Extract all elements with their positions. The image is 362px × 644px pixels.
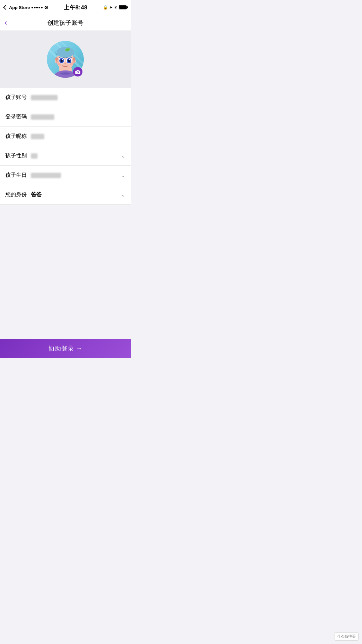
lock-icon: 🔒 [103, 5, 108, 10]
signal-dot-2 [34, 7, 36, 8]
store-back-icon [3, 5, 8, 10]
label-password: 登录密码 [5, 113, 31, 120]
label-gender: 孩子性别 [5, 152, 31, 159]
assist-login-label: 协助登录 [49, 344, 74, 353]
status-left: App Store ⊗ [4, 5, 48, 10]
label-nickname: 孩子昵称 [5, 133, 31, 140]
form-row-account[interactable]: 孩子账号 [0, 88, 131, 107]
value-nickname [31, 134, 125, 139]
back-chevron-icon: ‹ [5, 18, 7, 27]
wifi-icon: ⊗ [44, 5, 48, 10]
page-title: 创建孩子账号 [47, 19, 83, 27]
bluetooth-icon: ✳ [114, 5, 117, 10]
blurred-account [31, 95, 58, 100]
avatar-wrapper[interactable] [47, 41, 84, 78]
value-password [31, 114, 125, 120]
signal-dot-4 [39, 7, 40, 8]
assist-login-button[interactable]: 协助登录 → [0, 339, 131, 358]
value-gender [31, 153, 118, 159]
value-identity: 爸爸 [31, 191, 118, 198]
form-row-nickname[interactable]: 孩子昵称 [0, 127, 131, 146]
blurred-nickname [31, 134, 44, 139]
battery-fill [119, 6, 126, 9]
form-section: 孩子账号 登录密码 孩子昵称 孩子性别 ⌄ [0, 88, 131, 205]
gray-area [0, 205, 131, 339]
label-account: 孩子账号 [5, 94, 31, 101]
label-identity: 您的身份 [5, 191, 31, 198]
signal-dot-5 [41, 7, 43, 8]
signal-dot-3 [36, 7, 38, 8]
svg-point-28 [57, 62, 61, 65]
value-account [31, 95, 125, 100]
blurred-gender [31, 153, 38, 159]
value-birthday [31, 173, 118, 178]
signal-dots [32, 7, 43, 8]
svg-point-27 [64, 63, 66, 64]
location-icon: ➤ [109, 5, 113, 10]
page-container: App Store ⊗ 上午8:48 🔒 ➤ ✳ ‹ 创建孩子账号 [0, 0, 131, 358]
form-row-gender[interactable]: 孩子性别 ⌄ [0, 146, 131, 166]
blurred-password [31, 114, 54, 120]
camera-icon [75, 69, 80, 74]
app-store-label: App Store [9, 5, 30, 10]
svg-point-26 [69, 59, 70, 60]
form-row-identity[interactable]: 您的身份 爸爸 ⌄ [0, 185, 131, 205]
form-row-birthday[interactable]: 孩子生日 ⌄ [0, 166, 131, 185]
signal-dot-1 [32, 7, 33, 8]
identity-value: 爸爸 [31, 191, 42, 198]
camera-badge[interactable] [73, 67, 82, 76]
back-button[interactable]: ‹ [5, 18, 7, 27]
status-time: 上午8:48 [64, 4, 87, 11]
form-row-password[interactable]: 登录密码 [0, 107, 131, 127]
blurred-birthday [31, 173, 61, 178]
chevron-birthday-icon: ⌄ [121, 172, 125, 178]
assist-login-arrow: → [76, 345, 82, 352]
chevron-gender-icon: ⌄ [121, 153, 125, 159]
svg-point-29 [70, 62, 74, 65]
avatar-section [0, 31, 131, 88]
battery-icon [119, 5, 127, 9]
nav-bar: ‹ 创建孩子账号 [0, 15, 131, 31]
label-birthday: 孩子生日 [5, 172, 31, 179]
chevron-identity-icon: ⌄ [121, 192, 125, 198]
svg-point-21 [62, 59, 63, 60]
svg-point-12 [55, 57, 58, 61]
svg-point-13 [73, 57, 75, 61]
status-bar: App Store ⊗ 上午8:48 🔒 ➤ ✳ [0, 0, 131, 15]
status-right: 🔒 ➤ ✳ [103, 5, 127, 10]
